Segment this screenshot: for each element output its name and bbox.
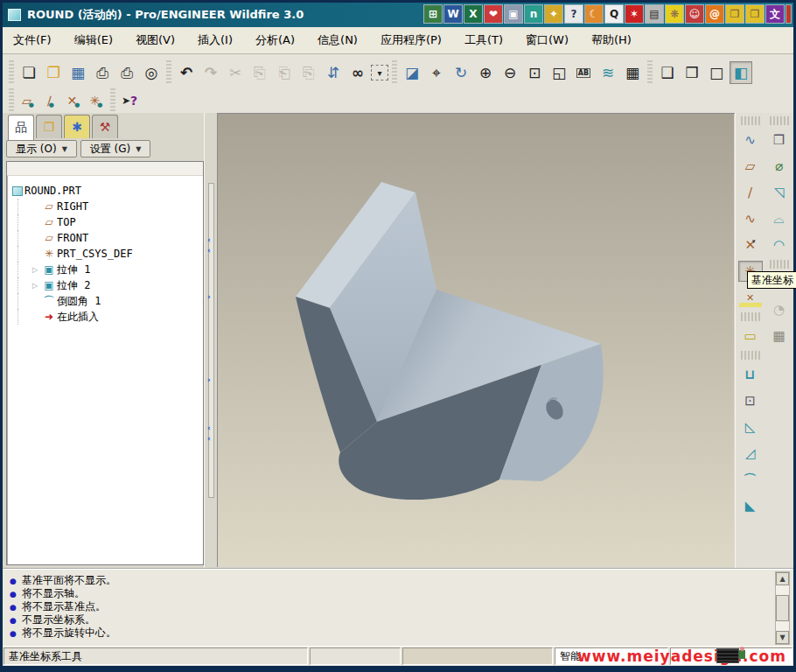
- menu-window[interactable]: 窗口(W): [526, 32, 569, 48]
- tray-folder2-icon[interactable]: ❐: [745, 4, 765, 24]
- tray-flower-icon[interactable]: ❋: [665, 4, 684, 24]
- sash-collapse-icon[interactable]: ‹: [207, 434, 211, 443]
- open-button[interactable]: ❐: [42, 61, 65, 84]
- tray-flame-icon[interactable]: ✶: [625, 4, 644, 24]
- message-scrollbar[interactable]: ▲ ▼: [775, 571, 790, 645]
- sash-collapse-icon[interactable]: ‹: [207, 424, 211, 432]
- regenerate-button[interactable]: ⇵: [322, 61, 345, 84]
- copy-button[interactable]: ⎘: [248, 61, 271, 84]
- datum-axis-tool-button[interactable]: ∕: [738, 182, 763, 203]
- tree-item-insert-here[interactable]: ➜ 在此插入: [17, 309, 203, 325]
- shade-button[interactable]: ◪: [401, 61, 423, 84]
- zoom-out-button[interactable]: ⊖: [499, 61, 521, 84]
- tray-folder-icon[interactable]: ❐: [725, 4, 744, 24]
- tray-doc-icon[interactable]: ▤: [645, 4, 664, 24]
- tray-balloon-icon[interactable]: ❤: [484, 4, 503, 24]
- menu-help[interactable]: 帮助(H): [591, 32, 632, 48]
- tray-launcher-icon[interactable]: ⊞: [423, 4, 443, 24]
- datum-plane-display-toggle[interactable]: ▱●: [17, 91, 38, 110]
- menu-info[interactable]: 信息(N): [318, 32, 358, 48]
- tray-qq-icon[interactable]: Q: [604, 4, 624, 24]
- menu-insert[interactable]: 插入(I): [198, 32, 233, 48]
- refit-button[interactable]: ⊡: [523, 61, 546, 84]
- tree-item-right[interactable]: ▱ RIGHT: [17, 199, 203, 214]
- saved-views-button[interactable]: ◱: [548, 61, 570, 84]
- scroll-down-button[interactable]: ▼: [776, 631, 789, 644]
- paste-button[interactable]: ⎗: [273, 61, 296, 84]
- send-link-button[interactable]: ◎: [140, 61, 163, 84]
- tab-favorites[interactable]: ✱: [64, 115, 90, 138]
- paste-special-button[interactable]: ⎘: [297, 61, 320, 84]
- sash-expand-icon[interactable]: ›: [207, 292, 211, 301]
- view-manager-button[interactable]: ▦: [621, 61, 644, 84]
- no-hidden-button[interactable]: □: [705, 61, 728, 84]
- tray-moon-icon[interactable]: ☾: [584, 4, 604, 24]
- extrude-tool-button[interactable]: ❒: [767, 130, 792, 150]
- tray-wm-icon[interactable]: 文: [765, 4, 785, 24]
- rib-tool-button[interactable]: ◿: [738, 443, 763, 464]
- graphics-viewport[interactable]: [217, 113, 735, 567]
- redo-button[interactable]: ↷: [199, 61, 222, 84]
- tab-folder-browser[interactable]: ❐: [36, 115, 62, 138]
- tray-word-icon[interactable]: W: [443, 4, 463, 24]
- tree-item-top[interactable]: ▱ TOP: [17, 214, 203, 230]
- select-button[interactable]: ▾: [371, 65, 388, 80]
- wireframe-button[interactable]: ❑: [656, 61, 679, 84]
- shell-tool-button[interactable]: ⊡: [738, 390, 763, 411]
- tray-briefcase-icon[interactable]: ✦: [544, 4, 563, 24]
- sash-collapse-icon[interactable]: ‹: [207, 235, 211, 244]
- tree-item-front[interactable]: ▱ FRONT: [17, 230, 203, 246]
- tray-mail-icon[interactable]: @: [705, 4, 724, 24]
- print-button[interactable]: ⎙: [91, 61, 114, 84]
- new-button[interactable]: ❏: [17, 61, 40, 84]
- chamfer-tool-button[interactable]: ◣: [738, 495, 763, 516]
- menu-applications[interactable]: 应用程序(P): [381, 32, 442, 48]
- save-button[interactable]: ▦: [66, 61, 89, 84]
- cut-button[interactable]: ✂: [224, 61, 247, 84]
- find-button[interactable]: ∞: [346, 61, 369, 84]
- tray-help-icon[interactable]: ?: [564, 4, 583, 24]
- datum-point-tool-button[interactable]: ✕▾: [738, 234, 763, 256]
- menu-edit[interactable]: 编辑(E): [74, 32, 113, 48]
- sash-collapse-icon[interactable]: ‹: [207, 246, 211, 255]
- menu-view[interactable]: 视图(V): [136, 32, 175, 48]
- print-model-button[interactable]: ⎙: [115, 61, 138, 84]
- tree-item-csys[interactable]: ✳ PRT_CSYS_DEF: [17, 246, 203, 262]
- boundary-tool-button[interactable]: ◠: [767, 234, 792, 256]
- blend-tool-button[interactable]: ⌓: [767, 208, 792, 229]
- tree-item-round-1[interactable]: ⌒ 倒圆角 1: [17, 293, 203, 309]
- sash-expand-icon[interactable]: ›: [207, 375, 211, 384]
- tray-box-icon[interactable]: ▣: [504, 4, 523, 24]
- point-tool-button[interactable]: ✕: [738, 287, 763, 308]
- sketch-tool-button[interactable]: ∿: [738, 130, 763, 150]
- tree-item-extrude-1[interactable]: ▷ ▣ 拉伸 1: [17, 262, 203, 277]
- csys-display-toggle[interactable]: ✳●: [86, 91, 107, 110]
- sweep-tool-button[interactable]: ◹: [767, 182, 792, 203]
- pattern-tool-button[interactable]: ▦: [767, 326, 792, 346]
- revolve-tool-button[interactable]: ⌀: [767, 156, 792, 177]
- project-tool-button[interactable]: ◔: [767, 299, 792, 320]
- spin-center-button[interactable]: ⌖: [425, 61, 448, 84]
- zoom-in-button[interactable]: ⊕: [474, 61, 497, 84]
- tree-root-item[interactable]: ROUND.PRT: [7, 183, 203, 199]
- annotation-tool-button[interactable]: ▭: [738, 326, 763, 346]
- context-help-button[interactable]: ➤?: [119, 91, 140, 110]
- scrollbar-thumb[interactable]: [776, 595, 789, 621]
- menu-tools[interactable]: 工具(T): [464, 32, 503, 48]
- tray-notes-icon[interactable]: n: [524, 4, 543, 24]
- curve-tool-button[interactable]: ∿: [738, 208, 763, 229]
- menu-file[interactable]: 文件(F): [13, 32, 52, 48]
- hole-tool-button[interactable]: ⊔: [738, 364, 763, 385]
- appearance-button[interactable]: AB: [572, 61, 595, 84]
- show-dropdown-button[interactable]: 显示 (O)▼: [6, 140, 77, 158]
- sash-handle[interactable]: [208, 183, 214, 498]
- navigator-sash[interactable]: ‹ ‹ › › ‹ ‹: [204, 113, 217, 568]
- scroll-up-button[interactable]: ▲: [776, 572, 789, 585]
- settings-dropdown-button[interactable]: 设置 (G)▼: [80, 140, 151, 158]
- layers-button[interactable]: ≋: [597, 61, 619, 84]
- point-display-toggle[interactable]: ✕●: [63, 91, 84, 110]
- tray-excel-icon[interactable]: X: [464, 4, 483, 24]
- menu-analysis[interactable]: 分析(A): [255, 32, 295, 48]
- datum-plane-tool-button[interactable]: ▱: [738, 156, 763, 177]
- round-tool-button[interactable]: ⌒: [738, 469, 763, 490]
